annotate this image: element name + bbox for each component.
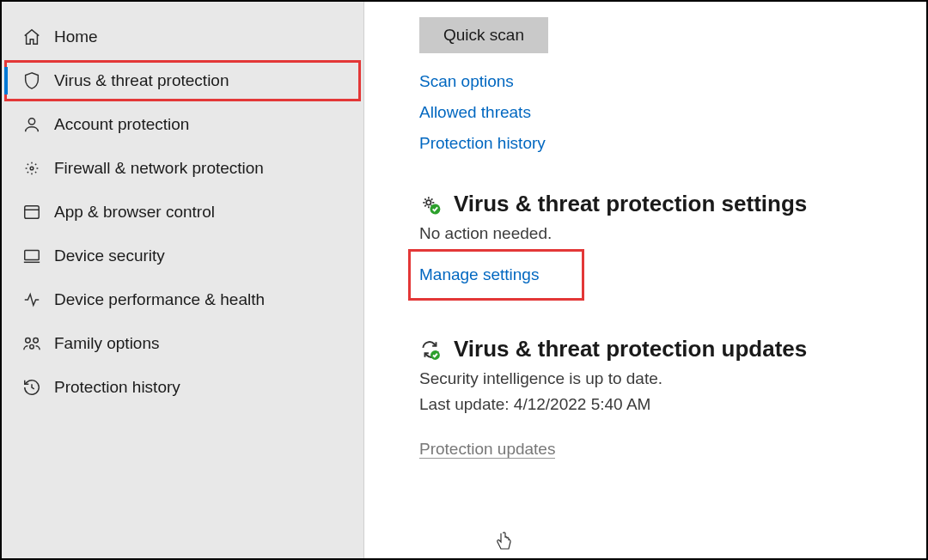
sidebar-item-device-security[interactable]: Device security (4, 235, 361, 277)
settings-section: Virus & threat protection settings No ac… (419, 191, 892, 298)
sidebar-item-firewall[interactable]: Firewall & network protection (4, 148, 361, 189)
sidebar-item-protection-history[interactable]: Protection history (4, 367, 361, 408)
sidebar-label: Device security (54, 247, 165, 265)
updates-title: Virus & threat protection updates (454, 336, 807, 362)
sidebar: Home Virus & threat protection Account p… (2, 2, 364, 558)
protection-updates-link[interactable]: Protection updates (419, 440, 892, 459)
updates-section: Virus & threat protection updates Securi… (419, 336, 892, 459)
sidebar-label: Device performance & health (54, 290, 265, 309)
updates-sync-icon (419, 338, 442, 361)
sidebar-label: Firewall & network protection (54, 159, 264, 178)
svg-point-4 (26, 338, 31, 344)
manage-settings-box: Manage settings (411, 252, 582, 298)
sidebar-label: App & browser control (54, 203, 215, 222)
sidebar-label: Home (54, 27, 98, 46)
protection-history-link[interactable]: Protection history (419, 134, 892, 153)
scan-options-link[interactable]: Scan options (419, 72, 892, 91)
updates-header: Virus & threat protection updates (419, 336, 892, 362)
family-icon (21, 333, 42, 354)
account-icon (21, 114, 42, 135)
svg-rect-2 (25, 206, 40, 219)
manage-settings-link[interactable]: Manage settings (419, 265, 539, 284)
svg-point-1 (30, 167, 34, 170)
sidebar-item-family[interactable]: Family options (4, 323, 361, 364)
sidebar-item-performance[interactable]: Device performance & health (4, 279, 361, 320)
settings-gear-icon (419, 193, 442, 216)
main-content: Quick scan Scan options Allowed threats … (364, 2, 926, 558)
sidebar-label: Family options (54, 334, 160, 353)
sidebar-label: Account protection (54, 115, 189, 134)
sidebar-item-app-browser[interactable]: App & browser control (4, 192, 361, 233)
history-icon (21, 377, 42, 398)
firewall-icon (21, 158, 42, 179)
svg-point-5 (34, 338, 39, 344)
app-browser-icon (21, 202, 42, 222)
svg-point-6 (30, 344, 34, 349)
svg-point-0 (28, 119, 34, 125)
sidebar-item-account[interactable]: Account protection (4, 104, 361, 145)
performance-icon (21, 289, 42, 310)
settings-title: Virus & threat protection settings (454, 191, 807, 217)
last-update: Last update: 4/12/2022 5:40 AM (419, 395, 892, 414)
svg-rect-3 (25, 251, 40, 260)
device-security-icon (21, 246, 42, 266)
sidebar-item-virus-threat[interactable]: Virus & threat protection (4, 60, 361, 101)
svg-point-7 (426, 200, 430, 204)
updates-status: Security intelligence is up to date. (419, 369, 892, 388)
settings-status: No action needed. (419, 224, 892, 243)
sidebar-label: Virus & threat protection (54, 71, 229, 90)
home-icon (21, 27, 42, 47)
sidebar-item-home[interactable]: Home (4, 16, 361, 58)
sidebar-label: Protection history (54, 378, 180, 397)
settings-header: Virus & threat protection settings (419, 191, 892, 217)
shield-icon (21, 70, 42, 91)
quick-scan-button[interactable]: Quick scan (419, 17, 548, 53)
allowed-threats-link[interactable]: Allowed threats (419, 103, 892, 122)
